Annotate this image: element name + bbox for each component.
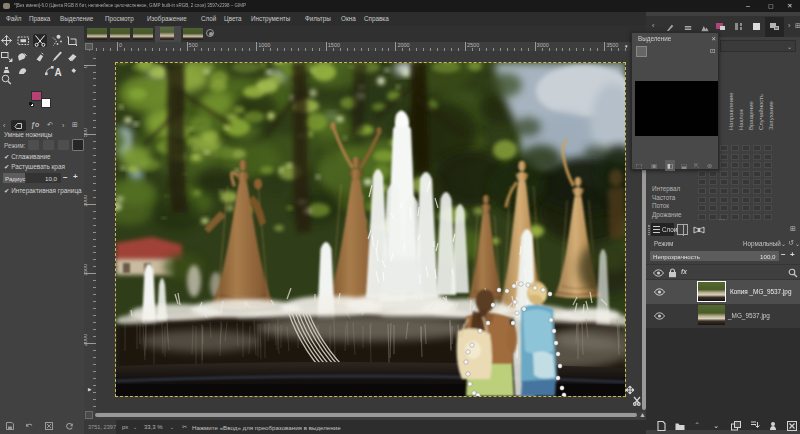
svg-text:A: A — [55, 67, 62, 78]
